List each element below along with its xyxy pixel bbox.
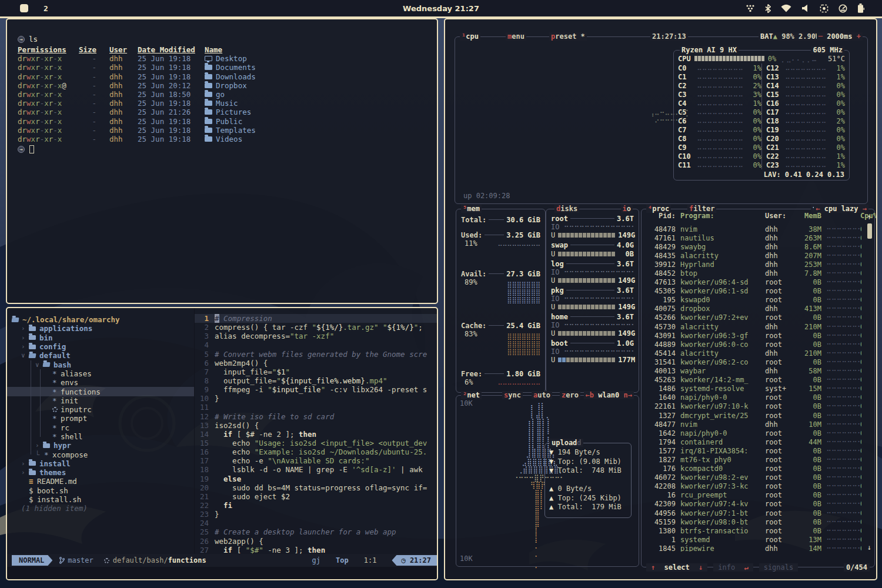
code-line[interactable]: 5# Convert webm files generated by the G… (195, 350, 437, 359)
process-row[interactable]: 1640napi/phy0-0root0B⠒⠒⠒⠒⠒⠒⠒⠂0.0 (646, 393, 861, 402)
code-line[interactable]: 27 if [ "$#" -ne 3 ]; then (195, 546, 437, 554)
code-line[interactable]: 24 (195, 519, 437, 527)
bluetooth-icon[interactable] (765, 4, 771, 13)
process-row[interactable]: 48429swaybgdhh8.6M⠒⠒⠒⠒⠒⠒⠒⠂0.0 (646, 242, 861, 251)
disks-box-title[interactable]: disks (554, 205, 579, 213)
process-row[interactable]: 47161nautilusdhh263M⠒⠒⠒⠒⠒⠒⠒⠂0.0 (646, 233, 861, 242)
code-line[interactable]: 25# Create a desktop launcher for a web … (195, 527, 437, 536)
code-line[interactable]: 11 (195, 403, 437, 412)
process-row[interactable]: 176kcompactd0root0B⠒⠒⠒⠒⠒⠒⠒⠂0.0 (646, 465, 861, 473)
file-name[interactable]: Downloads (198, 72, 256, 81)
menu-button[interactable]: menu (506, 32, 526, 41)
code-line[interactable]: 6webm2mp4() { (195, 359, 437, 368)
code-line[interactable]: 22 fi (195, 501, 437, 510)
code-line[interactable]: 10} (195, 394, 437, 403)
net-sync-toggle[interactable]: sync (502, 391, 523, 399)
proc-scroll-down-icon[interactable]: ↓ (867, 543, 871, 552)
code-line[interactable]: 21 sudo eject $2 (195, 492, 437, 501)
process-row[interactable]: 48477nvimdhh10M⠒⠒⠒⠒⠒⠒⠒⠂0.0 (646, 420, 861, 429)
net-box-title[interactable]: ²net (461, 391, 482, 399)
tree-item-inputrc[interactable]: inputrc (7, 405, 194, 414)
process-row[interactable]: 195kswapd0root0B⠒⠒⠒⠒⠒⠒⠒⠂0.0 (646, 296, 861, 305)
tree-item-rc[interactable]: *rc (7, 423, 194, 432)
tree-item-default[interactable]: ∨default (7, 351, 194, 360)
process-row[interactable]: 48452btopdhh7.8M⠒⠒⠒⠒⠒⠒⠒⠂0.0 (646, 269, 861, 278)
process-row[interactable]: 45159kworker/u98:0-btroot0B⠒⠒⠒⠒⠒⠒⠒⠂0.0 (646, 517, 861, 526)
tree-item-prompt[interactable]: *prompt (7, 414, 194, 423)
screencast-icon[interactable] (820, 4, 828, 13)
process-row[interactable]: 1642napi/phy0-0root0B⠒⠒⠒⠒⠒⠒⠒⠂0.0 (646, 429, 861, 437)
io-toggle[interactable]: io (621, 205, 633, 213)
code-line[interactable]: 13iso2sd() { (195, 421, 437, 430)
file-name[interactable]: Music (198, 99, 238, 108)
update-interval[interactable]: ─ 2000ms + (817, 32, 863, 41)
process-row[interactable]: 48435alacrittydhh207M⠒⠒⠒⠒⠒⠒⠒⠂0.0 (646, 251, 861, 260)
process-row[interactable]: 31541kworker/u96:2-coroot0B⠒⠒⠒⠒⠒⠒⠒⠂0.0 (646, 358, 861, 366)
process-row[interactable]: 1577irq/81-PIXA3854:root0B⠒⠒⠒⠒⠒⠒⠒⠂0.0 (646, 446, 861, 455)
process-row[interactable]: 1827mt76-tx phy0root0B⠒⠒⠒⠒⠒⠒⠒⠂0.0 (646, 455, 861, 464)
process-row[interactable]: 1486systemd-resolvesyst+15M⠒⠒⠒⠒⠒⠒⠒⠂0.0 (646, 385, 861, 393)
code-line[interactable]: 1# Compression (195, 314, 437, 323)
process-row[interactable]: 44889kworker/u96:0-coroot0B⠒⠒⠒⠒⠒⠒⠒⠂0.0 (646, 340, 861, 349)
tree-item-readme-md[interactable]: ≡README.md (7, 477, 194, 486)
process-row[interactable]: 45263kworker/14:2-mm_root0B⠒⠒⠒⠒⠒⠒⠒⠂0.0 (646, 376, 861, 385)
power-profile-icon[interactable] (838, 4, 847, 13)
tree-item-install[interactable]: ›install (7, 459, 194, 468)
process-row[interactable]: 42208kworker/u97:3-kcroot0B⠒⠒⠒⠒⠒⠒⠒⠂0.0 (646, 482, 861, 491)
process-row[interactable]: 45730alacrittydhh210M⠒⠒⠒⠒⠒⠒⠒⠂0.0 (646, 322, 861, 331)
updates-icon[interactable] (746, 4, 755, 12)
proc-filter-button[interactable]: filter (687, 205, 716, 213)
tree-item-init[interactable]: *init (7, 396, 194, 405)
proc-select-hint[interactable]: ↑ select ↓ (646, 563, 707, 572)
code-line[interactable]: 20 sudo dd bs=4M status=progress oflag=s… (195, 483, 437, 492)
process-row[interactable]: 1327dmcrypt_write/25root0B⠒⠒⠒⠒⠒⠒⠒⠂0.0 (646, 411, 861, 420)
process-row[interactable]: 44956kworker/u97:1-btroot0B⠒⠒⠒⠒⠒⠒⠒⠂0.0 (646, 509, 861, 517)
proc-sort-selector[interactable]: ← cpu lazy → (814, 205, 868, 213)
file-name[interactable]: Public (198, 117, 242, 126)
code-line[interactable]: 19 else (195, 475, 437, 483)
volume-icon[interactable] (801, 4, 810, 12)
process-row[interactable]: 45414alacrittydhh210M⠒⠒⠒⠒⠒⠒⠒⠂0.0 (646, 349, 861, 358)
tree-item-boot-sh[interactable]: $boot.sh (7, 486, 194, 495)
battery-icon[interactable] (857, 4, 864, 13)
file-name[interactable]: Dropbox (198, 81, 247, 90)
tree-item-xcompose[interactable]: └ *xcompose (7, 450, 194, 459)
code-line[interactable]: 26web2app() { (195, 537, 437, 546)
process-row[interactable]: 1380btrfs-transactioroot0B⠒⠒⠒⠒⠒⠒⠒⠂0.0 (646, 526, 861, 535)
terminal-window-ls[interactable]: → ls Permissions Size User Date Modified… (6, 18, 438, 304)
code-line[interactable]: 14 if [ $# -ne 2 ]; then (195, 430, 437, 439)
process-row[interactable]: 40013waybardhh58M⠒⠒⠒⠒⠒⠒⠒⠂0.0 (646, 367, 861, 376)
code-line[interactable]: 16 echo "Example: iso2sd ~/Downloads/ubu… (195, 447, 437, 456)
proc-scrollbar-thumb[interactable] (867, 223, 872, 239)
prompt-line-empty[interactable]: → (18, 145, 437, 154)
code-line[interactable]: 17 echo -e "\nAvailable SD cards:" (195, 456, 437, 465)
net-zero-toggle[interactable]: zero (560, 391, 580, 399)
process-row[interactable]: 40075dropboxdhh413M⠒⠒⠒⠒⠒⠒⠒⠂0.0 (646, 305, 861, 313)
tree-item-bash[interactable]: ∨bash (7, 360, 194, 369)
file-name[interactable]: Templates (198, 126, 256, 135)
code-line[interactable]: 9 ffmpeg -i "$input_file" -c:v libx264 -… (195, 385, 437, 394)
btop-window[interactable]: ¹cpu menu preset * 21:27:13 BAT▲ 98% 2.9… (444, 18, 877, 580)
code-editor[interactable]: 1# Compression2compress() { tar -czf "${… (194, 308, 437, 554)
code-line[interactable]: 12# Write iso file to sd card (195, 412, 437, 421)
code-line[interactable]: 4 (195, 340, 437, 349)
preset-button[interactable]: preset * (549, 32, 587, 41)
process-row[interactable]: 45266kworker/u97:2+evroot0B⠒⠒⠒⠒⠒⠒⠒⠂0.0 (646, 313, 861, 322)
tree-item-hypr[interactable]: ›hypr (7, 441, 194, 450)
wifi-icon[interactable] (781, 4, 791, 12)
process-row[interactable]: 1794containerdroot44M⠒⠒⠒⠒⠒⠒⠒⠂0.0 (646, 437, 861, 446)
process-row[interactable]: 48478nvimdhh38M⠒⠒⠒⠒⠒⠒⠒⠂0.0 (646, 225, 861, 233)
file-name[interactable]: Pictures (198, 108, 251, 116)
tree-item-envs[interactable]: *envs (7, 378, 194, 387)
code-line[interactable]: 8 output_file="${input_file%.webm}.mp4" (195, 376, 437, 385)
tree-item-config[interactable]: ›config (7, 342, 194, 351)
net-interface[interactable]: ←b wlan0 n→ (584, 391, 634, 399)
tree-item-install-sh[interactable]: $install.sh (7, 495, 194, 504)
code-line[interactable]: 23} (195, 510, 437, 519)
code-line[interactable]: 2compress() { tar -czf "${1%/}.tar.gz" "… (195, 323, 437, 332)
process-row[interactable]: 1systemdroot13M⠒⠒⠒⠒⠒⠒⠒⠂0.0 (646, 535, 861, 544)
proc-box-title[interactable]: ⁴proc (646, 205, 671, 213)
file-name[interactable]: Videos (198, 135, 242, 143)
process-row[interactable]: 22161kworker/u97:10-kroot0B⠒⠒⠒⠒⠒⠒⠒⠂0.0 (646, 402, 861, 411)
code-line[interactable]: 15 echo "Usage: iso2sd <input_file> <out… (195, 439, 437, 447)
